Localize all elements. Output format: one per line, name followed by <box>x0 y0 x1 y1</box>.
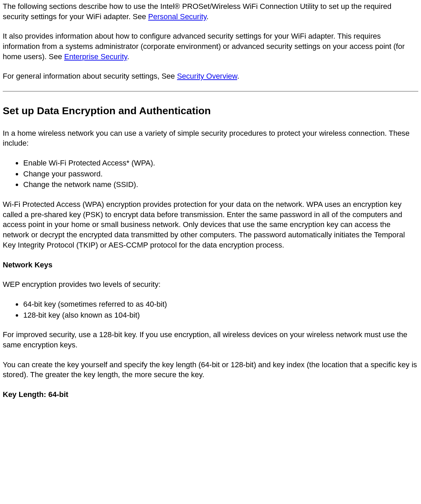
intro-paragraph-3: For general information about security s… <box>3 71 418 81</box>
intro-paragraph-2: It also provides information about how t… <box>3 31 418 62</box>
intro-p2-text-b: . <box>127 52 129 61</box>
section-divider <box>3 91 418 92</box>
list-item: Enable Wi-Fi Protected Access* (WPA). <box>23 158 418 168</box>
section-p1: In a home wireless network you can use a… <box>3 128 418 148</box>
section-p5: You can create the key yourself and spec… <box>3 360 418 380</box>
intro-p3-text-b: . <box>237 72 239 80</box>
enterprise-security-link[interactable]: Enterprise Security <box>64 52 127 61</box>
list-item: 64-bit key (sometimes referred to as 40-… <box>23 299 418 309</box>
intro-p3-text-a: For general information about security s… <box>3 72 177 80</box>
list-item: 128-bit key (also known as 104-bit) <box>23 310 418 320</box>
intro-paragraph-1: The following sections describe how to u… <box>3 1 418 22</box>
section-p3: WEP encryption provides two levels of se… <box>3 279 418 290</box>
wep-levels-list: 64-bit key (sometimes referred to as 40-… <box>3 299 418 320</box>
procedures-list: Enable Wi-Fi Protected Access* (WPA). Ch… <box>3 158 418 190</box>
section-p2: Wi-Fi Protected Access (WPA) encryption … <box>3 199 418 250</box>
network-keys-heading: Network Keys <box>3 260 418 270</box>
list-item: Change your password. <box>23 169 418 179</box>
key-length-heading: Key Length: 64-bit <box>3 389 418 400</box>
personal-security-link[interactable]: Personal Security <box>148 12 207 21</box>
section-p4: For improved security, use a 128-bit key… <box>3 330 418 350</box>
intro-p2-text-a: It also provides information about how t… <box>3 32 405 61</box>
intro-p1-text-b: . <box>206 12 208 21</box>
security-overview-link[interactable]: Security Overview <box>177 72 237 80</box>
list-item: Change the network name (SSID). <box>23 180 418 190</box>
section-heading: Set up Data Encryption and Authenticatio… <box>3 104 418 118</box>
